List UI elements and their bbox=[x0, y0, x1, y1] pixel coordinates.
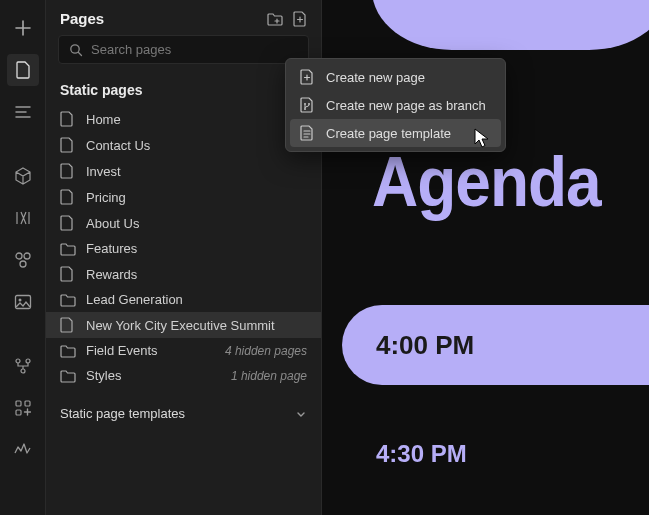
page-row[interactable]: Home bbox=[46, 106, 321, 132]
svg-point-12 bbox=[304, 103, 306, 105]
page-list: HomeContact UsInvestPricingAbout UsFeatu… bbox=[46, 106, 321, 388]
menu-item-label: Create page template bbox=[326, 126, 451, 141]
folder-icon bbox=[60, 344, 76, 358]
new-folder-icon[interactable] bbox=[267, 11, 283, 27]
context-menu: Create new pageCreate new page as branch… bbox=[285, 58, 506, 152]
svg-point-0 bbox=[16, 253, 22, 259]
add-button[interactable] bbox=[7, 12, 39, 44]
cms-icon[interactable] bbox=[7, 350, 39, 382]
svg-rect-9 bbox=[25, 401, 30, 406]
page-label: Home bbox=[86, 112, 121, 127]
page-row[interactable]: Contact Us bbox=[46, 132, 321, 158]
file-icon bbox=[60, 317, 76, 333]
page-label: New York City Executive Summit bbox=[86, 318, 275, 333]
page-row[interactable]: Lead Generation bbox=[46, 287, 321, 312]
page-label: Rewards bbox=[86, 267, 137, 282]
menu-item-icon bbox=[300, 125, 316, 141]
page-row[interactable]: Features bbox=[46, 236, 321, 261]
time-card-1: 4:00 PM bbox=[342, 305, 649, 385]
navigator-icon[interactable] bbox=[7, 96, 39, 128]
svg-point-5 bbox=[16, 359, 20, 363]
audit-icon[interactable] bbox=[7, 434, 39, 466]
chevron-down-icon bbox=[295, 408, 307, 420]
templates-label: Static page templates bbox=[60, 406, 185, 421]
page-label: About Us bbox=[86, 216, 139, 231]
assets-icon[interactable] bbox=[7, 286, 39, 318]
menu-item[interactable]: Create new page as branch bbox=[290, 91, 501, 119]
menu-item-icon bbox=[300, 97, 316, 113]
file-icon bbox=[60, 163, 76, 179]
menu-item-label: Create new page as branch bbox=[326, 98, 486, 113]
page-row[interactable]: Invest bbox=[46, 158, 321, 184]
page-row[interactable]: Pricing bbox=[46, 184, 321, 210]
time-2-label: 4:30 PM bbox=[376, 440, 467, 468]
svg-point-7 bbox=[21, 369, 25, 373]
file-icon bbox=[60, 215, 76, 231]
file-icon bbox=[60, 111, 76, 127]
page-label: Pricing bbox=[86, 190, 126, 205]
apps-icon[interactable] bbox=[7, 392, 39, 424]
box-icon[interactable] bbox=[7, 160, 39, 192]
pages-icon[interactable] bbox=[7, 54, 39, 86]
page-row[interactable]: Field Events4 hidden pages bbox=[46, 338, 321, 363]
menu-item[interactable]: Create page template bbox=[290, 119, 501, 147]
page-label: Lead Generation bbox=[86, 292, 183, 307]
hidden-pages-label: 4 hidden pages bbox=[225, 344, 307, 358]
svg-rect-8 bbox=[16, 401, 21, 406]
page-row[interactable]: Rewards bbox=[46, 261, 321, 287]
svg-point-13 bbox=[308, 103, 310, 105]
menu-item[interactable]: Create new page bbox=[290, 63, 501, 91]
file-icon bbox=[60, 137, 76, 153]
left-toolbar bbox=[0, 0, 46, 515]
svg-point-1 bbox=[24, 253, 30, 259]
time-1-label: 4:00 PM bbox=[376, 330, 474, 361]
svg-point-6 bbox=[26, 359, 30, 363]
panel-title: Pages bbox=[60, 10, 104, 27]
folder-icon bbox=[60, 242, 76, 256]
folder-icon bbox=[60, 293, 76, 307]
folder-icon bbox=[60, 369, 76, 383]
pages-panel: Pages Static pages HomeContact UsInvestP… bbox=[46, 0, 322, 515]
page-label: Contact Us bbox=[86, 138, 150, 153]
menu-item-label: Create new page bbox=[326, 70, 425, 85]
hidden-pages-label: 1 hidden page bbox=[231, 369, 307, 383]
svg-point-2 bbox=[20, 261, 26, 267]
page-row[interactable]: New York City Executive Summit bbox=[46, 312, 321, 338]
page-label: Features bbox=[86, 241, 137, 256]
menu-item-icon bbox=[300, 69, 316, 85]
svg-point-11 bbox=[71, 44, 79, 52]
static-pages-heading: Static pages bbox=[46, 74, 321, 106]
variables-icon[interactable] bbox=[7, 202, 39, 234]
search-input-wrap[interactable] bbox=[58, 35, 309, 64]
new-page-icon[interactable] bbox=[293, 11, 307, 27]
svg-point-4 bbox=[18, 299, 21, 302]
search-input[interactable] bbox=[91, 42, 298, 57]
panel-header: Pages bbox=[46, 0, 321, 35]
file-icon bbox=[60, 266, 76, 282]
file-icon bbox=[60, 189, 76, 205]
styles-icon[interactable] bbox=[7, 244, 39, 276]
page-row[interactable]: Styles1 hidden page bbox=[46, 363, 321, 388]
design-header-shape bbox=[372, 0, 649, 50]
templates-section[interactable]: Static page templates bbox=[46, 394, 321, 433]
search-icon bbox=[69, 43, 83, 57]
page-row[interactable]: About Us bbox=[46, 210, 321, 236]
svg-point-14 bbox=[304, 108, 306, 110]
page-label: Field Events bbox=[86, 343, 158, 358]
svg-rect-10 bbox=[16, 410, 21, 415]
agenda-heading: Agenda bbox=[372, 141, 601, 222]
page-label: Styles bbox=[86, 368, 121, 383]
page-label: Invest bbox=[86, 164, 121, 179]
